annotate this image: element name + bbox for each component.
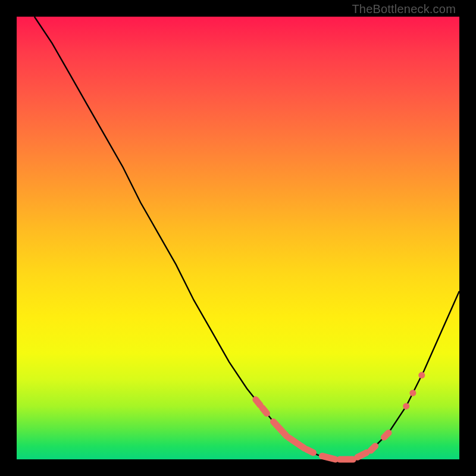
curve-marker-dot <box>409 390 416 396</box>
watermark-text: TheBottleneck.com <box>352 2 456 16</box>
curve-marker-segment <box>322 456 335 459</box>
curve-marker-segment <box>274 422 287 436</box>
curve-marker-segment <box>371 446 375 450</box>
curve-marker-segment <box>358 453 367 458</box>
curve-marker-dot <box>403 403 409 409</box>
curve-marker-segment <box>384 433 389 437</box>
chart-svg <box>17 17 459 459</box>
curve-marker-segment <box>289 438 305 449</box>
curve-marker-segment <box>262 408 267 414</box>
curve-marker-segment <box>306 449 313 453</box>
curve-marker-segment <box>256 400 260 405</box>
chart-frame <box>17 17 459 459</box>
bottleneck-curve <box>35 17 459 459</box>
curve-marker-dot <box>418 372 425 378</box>
